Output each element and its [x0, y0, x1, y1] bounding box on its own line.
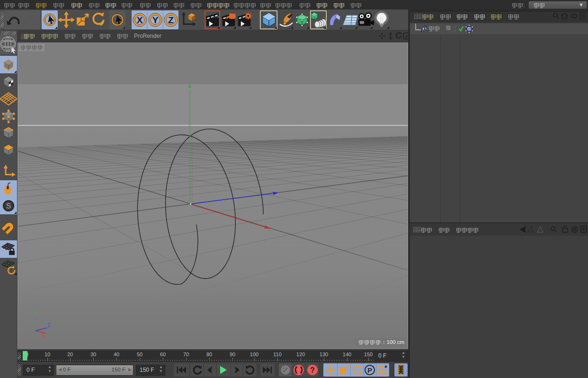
svg-text:S: S: [6, 202, 11, 210]
svg-text:?: ?: [310, 366, 315, 374]
svg-text:Z: Z: [168, 15, 174, 25]
svg-text:X: X: [136, 15, 143, 25]
svg-text:P: P: [367, 366, 372, 374]
svg-text:Y: Y: [152, 15, 158, 25]
